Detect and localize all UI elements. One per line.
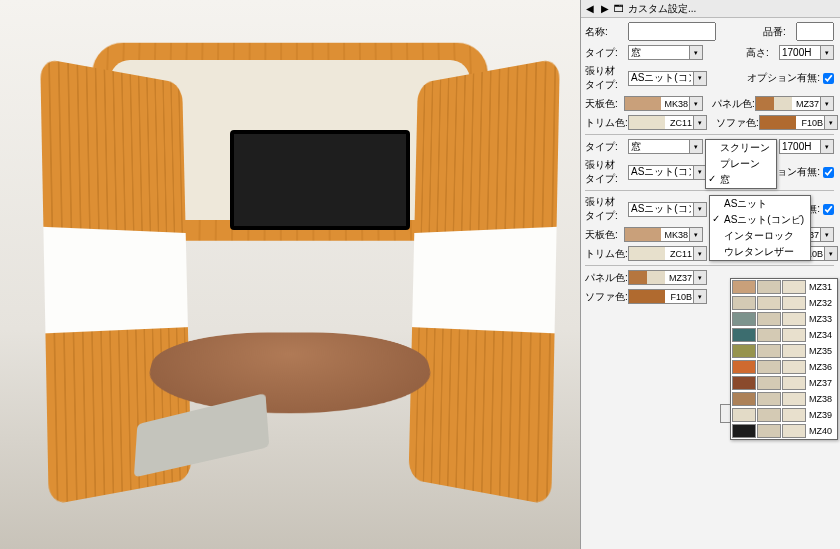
chevron-down-icon[interactable]: ▾: [693, 72, 706, 85]
name-label: 名称:: [585, 25, 625, 39]
chevron-down-icon[interactable]: ▾: [824, 247, 837, 260]
type-label-1: タイプ:: [585, 46, 625, 60]
type-combo-1[interactable]: ▾: [628, 45, 703, 60]
chevron-down-icon[interactable]: ▾: [693, 247, 706, 260]
material-option[interactable]: インターロック: [710, 228, 810, 244]
part-input[interactable]: [796, 22, 834, 41]
panel-swatch-1[interactable]: MZ37▾: [755, 96, 834, 111]
chevron-down-icon[interactable]: ▾: [820, 97, 833, 110]
sofa-label-1: ソファ色:: [716, 116, 756, 130]
viewport-3d[interactable]: [0, 0, 580, 549]
chevron-down-icon[interactable]: ▾: [689, 97, 702, 110]
chevron-down-icon[interactable]: ▾: [689, 140, 702, 153]
name-input[interactable]: [628, 22, 716, 41]
option-checkbox-1[interactable]: [823, 73, 834, 84]
breadcrumb-icon: 🗔: [614, 3, 624, 14]
tabletop-swatch-3[interactable]: MK38▾: [624, 227, 703, 242]
chevron-down-icon[interactable]: ▾: [820, 46, 833, 59]
part-label: 品番:: [763, 25, 793, 39]
sofa-label-4: ソファ色:: [585, 290, 625, 304]
type-option[interactable]: プレーン: [706, 156, 776, 172]
material-combo-1[interactable]: ▾: [628, 71, 707, 86]
tabletop-label-3: 天板色:: [585, 228, 621, 242]
type-option[interactable]: スクリーン: [706, 140, 776, 156]
material-option[interactable]: ウレタンレザー: [710, 244, 810, 260]
type-option[interactable]: 窓: [706, 172, 776, 188]
chevron-down-icon[interactable]: ▾: [693, 290, 706, 303]
option-checkbox-2[interactable]: [823, 167, 834, 178]
trim-swatch-1[interactable]: ZC11▾: [628, 115, 707, 130]
panel-swatch-4[interactable]: MZ37▾: [628, 270, 707, 285]
palette-row[interactable]: MZ33: [731, 311, 837, 327]
option-label-1: オプション有無:: [747, 71, 820, 85]
material-label-2: 張り材 タイプ:: [585, 158, 625, 186]
chevron-down-icon[interactable]: ▾: [820, 228, 833, 241]
type-dropdown-list[interactable]: スクリーン プレーン 窓: [705, 139, 777, 189]
palette-row[interactable]: MZ39: [731, 407, 837, 423]
type-combo-2[interactable]: ▾: [628, 139, 703, 154]
material-combo-3[interactable]: ▾: [628, 202, 707, 217]
panel-color-label-4: パネル色:: [585, 271, 625, 285]
palette-row[interactable]: MZ37: [731, 375, 837, 391]
palette-row[interactable]: MZ31: [731, 279, 837, 295]
panel-title: カスタム設定...: [628, 2, 837, 16]
material-option[interactable]: ASニット: [710, 196, 810, 212]
sofa-swatch-4[interactable]: F10B▾: [628, 289, 707, 304]
chevron-down-icon[interactable]: ▾: [693, 271, 706, 284]
material-combo-2[interactable]: ▾: [628, 165, 707, 180]
material-label-3: 張り材 タイプ:: [585, 195, 625, 223]
palette-row[interactable]: MZ40: [731, 423, 837, 439]
chevron-down-icon[interactable]: ▾: [693, 203, 706, 216]
option-checkbox-3[interactable]: [823, 204, 834, 215]
material-dropdown-list[interactable]: ASニット ASニット(コンビ) インターロック ウレタンレザー: [709, 195, 811, 261]
color-palette-popup[interactable]: MZ31 MZ32 MZ33 MZ34 MZ35 MZ36 MZ37 MZ38 …: [730, 278, 838, 440]
trim-swatch-3[interactable]: ZC11▾: [628, 246, 707, 261]
nav-back-icon[interactable]: ◀: [584, 3, 595, 14]
panel-titlebar: ◀ ▶ 🗔 カスタム設定...: [581, 0, 840, 18]
height-combo-2[interactable]: ▾: [779, 139, 834, 154]
trim-label-1: トリム色:: [585, 116, 625, 130]
nav-fwd-icon[interactable]: ▶: [599, 3, 610, 14]
tabletop-swatch-1[interactable]: MK38▾: [624, 96, 703, 111]
chevron-down-icon[interactable]: ▾: [820, 140, 833, 153]
height-combo-1[interactable]: ▾: [779, 45, 834, 60]
palette-row[interactable]: MZ35: [731, 343, 837, 359]
chevron-down-icon[interactable]: ▾: [689, 228, 702, 241]
booth-render: [30, 30, 550, 520]
chevron-down-icon[interactable]: ▾: [689, 46, 702, 59]
panel-color-label-1: パネル色:: [712, 97, 752, 111]
palette-row[interactable]: MZ36: [731, 359, 837, 375]
type-label-2: タイプ:: [585, 140, 625, 154]
chevron-down-icon[interactable]: ▾: [693, 116, 706, 129]
sofa-swatch-1[interactable]: F10B▾: [759, 115, 838, 130]
height-label-1: 高さ:: [746, 46, 776, 60]
material-option[interactable]: ASニット(コンビ): [710, 212, 810, 228]
palette-row[interactable]: MZ32: [731, 295, 837, 311]
palette-row[interactable]: MZ38: [731, 391, 837, 407]
palette-row[interactable]: MZ34: [731, 327, 837, 343]
properties-panel: ◀ ▶ 🗔 カスタム設定... 名称: 品番: タイプ: ▾ 高さ: ▾ 張り: [580, 0, 840, 549]
chevron-down-icon[interactable]: ▾: [824, 116, 837, 129]
material-label-1: 張り材 タイプ:: [585, 64, 625, 92]
trim-label-3: トリム色:: [585, 247, 625, 261]
tabletop-label-1: 天板色:: [585, 97, 621, 111]
